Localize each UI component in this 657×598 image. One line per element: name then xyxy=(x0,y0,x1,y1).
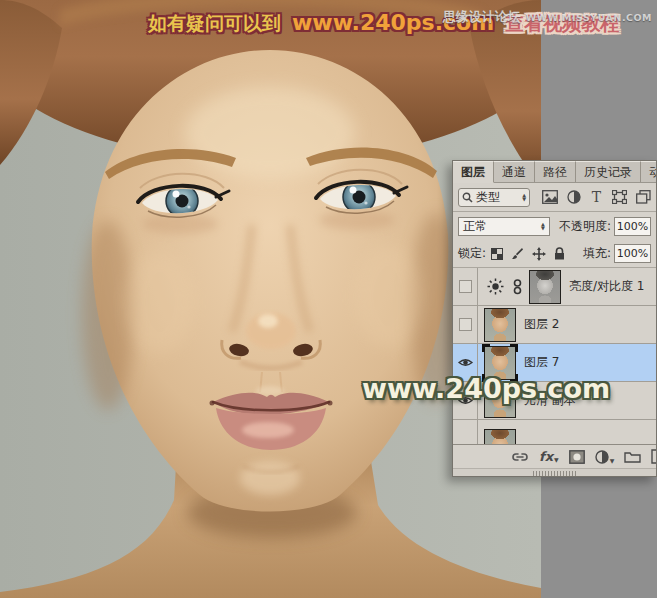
tab-paths[interactable]: 路径 xyxy=(535,161,576,182)
visibility-off-box xyxy=(459,280,472,293)
grip-dots-icon xyxy=(533,471,577,476)
visibility-toggle[interactable] xyxy=(453,306,478,343)
site-watermark: www.240ps.com xyxy=(362,373,610,404)
filter-type-dropdown[interactable]: 类型 ▲▼ xyxy=(458,188,530,207)
opacity-field[interactable]: 100% xyxy=(614,217,651,236)
lock-label: 锁定: xyxy=(458,245,486,262)
opacity-label: 不透明度: xyxy=(559,218,611,235)
layer-row-layer2[interactable]: 图层 2 xyxy=(453,306,656,344)
layers-list: 亮度/对比度 1 图层 2 xyxy=(453,268,656,444)
screenshot-root: 如有疑问可以到 www.240ps.com 查看视频教程 思缘设计论坛 WWW.… xyxy=(0,0,657,598)
forum-watermark-cn: 思缘设计论坛 xyxy=(443,8,521,26)
svg-text:T: T xyxy=(592,190,602,204)
visibility-toggle[interactable] xyxy=(453,420,478,444)
fill-label: 填充: xyxy=(583,245,611,262)
layer-name[interactable]: 亮度/对比度 1 xyxy=(569,278,645,295)
lock-paint-icon[interactable] xyxy=(511,247,524,260)
lock-transparency-icon[interactable] xyxy=(491,248,503,260)
link-layers-icon[interactable] xyxy=(511,452,529,462)
pixel-layer-filter-icon[interactable] xyxy=(542,190,558,204)
layer-row-partial[interactable] xyxy=(453,420,656,444)
dropdown-spinner-icon: ▲▼ xyxy=(541,222,545,230)
layers-panel: 图层 通道 路径 历史记录 动作 类型 ▲▼ xyxy=(452,160,657,477)
new-layer-icon[interactable] xyxy=(651,449,657,464)
panel-resize-handle[interactable] xyxy=(453,468,656,477)
dropdown-spinner-icon: ▲▼ xyxy=(522,193,526,201)
eye-icon xyxy=(458,357,473,368)
tab-history[interactable]: 历史记录 xyxy=(576,161,641,182)
type-layer-filter-icon[interactable]: T xyxy=(590,190,603,204)
layer-mask-thumbnail[interactable] xyxy=(529,270,561,304)
layer-filter-row: 类型 ▲▼ T xyxy=(453,183,656,212)
panel-tab-bar: 图层 通道 路径 历史记录 动作 xyxy=(453,161,656,183)
filter-type-label: 类型 xyxy=(476,189,519,206)
tab-actions[interactable]: 动作 xyxy=(641,161,657,182)
layer-thumbnail[interactable] xyxy=(484,429,516,445)
blend-mode-value: 正常 xyxy=(463,218,541,235)
adjustment-layer-filter-icon[interactable] xyxy=(567,190,581,204)
fill-field[interactable]: 100% xyxy=(614,244,651,263)
layer-name[interactable]: 图层 7 xyxy=(524,354,559,371)
shape-layer-filter-icon[interactable] xyxy=(612,190,627,204)
new-adjustment-layer-icon[interactable]: ▼ xyxy=(595,450,615,464)
lock-position-icon[interactable] xyxy=(532,247,546,261)
blend-mode-row: 正常 ▲▼ 不透明度: 100% xyxy=(453,212,656,240)
lock-row: 锁定: 填充: 100% xyxy=(453,240,656,268)
search-icon xyxy=(462,192,473,203)
brightness-contrast-icon xyxy=(487,278,504,295)
forum-watermark-en: WWW.MISSYUAN.COM xyxy=(526,12,652,23)
new-group-icon[interactable] xyxy=(624,450,641,463)
layer-name[interactable]: 图层 2 xyxy=(524,316,559,333)
forum-watermark: 思缘设计论坛 WWW.MISSYUAN.COM xyxy=(443,8,652,26)
tab-channels[interactable]: 通道 xyxy=(494,161,535,182)
layer-thumbnail[interactable] xyxy=(484,308,516,342)
lock-all-icon[interactable] xyxy=(554,247,565,260)
smart-object-filter-icon[interactable] xyxy=(636,190,651,204)
tab-layers[interactable]: 图层 xyxy=(453,161,494,183)
add-mask-icon[interactable] xyxy=(569,450,585,464)
visibility-off-box xyxy=(459,318,472,331)
panel-bottom-toolbar: fx▼ ▼ xyxy=(453,444,656,468)
layer-row-brightness-contrast[interactable]: 亮度/对比度 1 xyxy=(453,268,656,306)
mask-link-icon xyxy=(513,279,522,295)
visibility-toggle[interactable] xyxy=(453,268,478,305)
banner-help-prefix: 如有疑问可以到 xyxy=(148,11,281,37)
blend-mode-dropdown[interactable]: 正常 ▲▼ xyxy=(458,217,550,236)
layer-style-fx-icon[interactable]: fx▼ xyxy=(539,450,559,463)
